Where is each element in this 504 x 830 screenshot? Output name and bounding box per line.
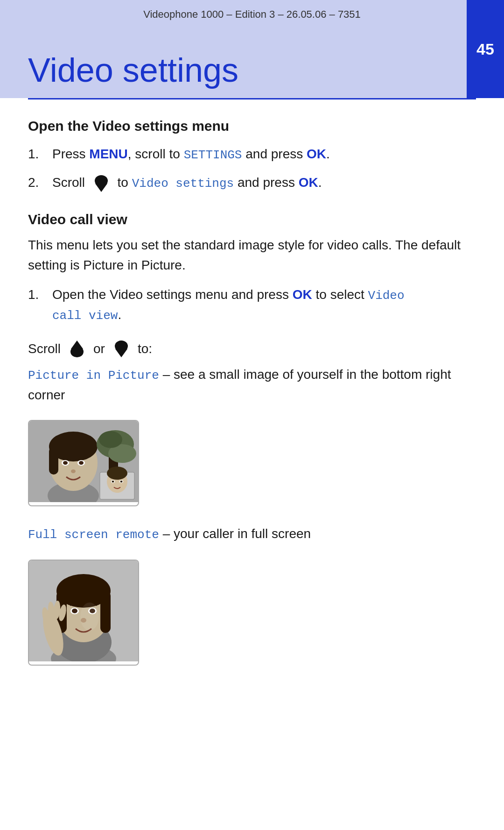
- svg-point-45: [80, 603, 99, 631]
- page-number-box: 45: [467, 0, 504, 98]
- step-2: 2. Scroll to Video settings and press OK…: [28, 173, 476, 193]
- scroll-down-icon-2: [111, 340, 132, 358]
- ok-keyword-2: OK: [299, 175, 318, 190]
- svg-point-36: [72, 609, 77, 613]
- option-pip-caption: Picture in Picture – see a small image o…: [28, 364, 476, 405]
- step-1-num: 1.: [28, 144, 47, 164]
- section1-steps: 1. Press MENU, scroll to SETTINGS and pr…: [28, 144, 476, 193]
- section2-step-1-text: Open the Video settings menu and press O…: [52, 285, 405, 325]
- svg-point-13: [63, 461, 68, 465]
- step-1-text: Press MENU, scroll to SETTINGS and press…: [52, 144, 330, 164]
- svg-rect-10: [49, 447, 58, 475]
- content-area: Open the Video settings menu 1. Press ME…: [0, 99, 504, 720]
- section2-step-1: 1. Open the Video settings menu and pres…: [28, 285, 476, 325]
- section2-description: This menu lets you set the standard imag…: [28, 235, 476, 276]
- section-open-menu: Open the Video settings menu 1. Press ME…: [28, 118, 476, 193]
- svg-marker-5: [115, 349, 127, 357]
- svg-point-24: [112, 481, 114, 482]
- svg-marker-1: [95, 184, 107, 192]
- svg-rect-34: [100, 591, 111, 633]
- fullscreen-link: Full screen remote: [28, 528, 159, 542]
- step-2-text: Scroll to Video settings and press OK.: [52, 173, 322, 193]
- settings-keyword: SETTINGS: [184, 148, 242, 162]
- scroll-or: or: [93, 339, 105, 359]
- svg-point-26: [120, 481, 123, 482]
- pip-image-placeholder: [28, 420, 139, 506]
- header-bar: Videophone 1000 – Edition 3 – 26.05.06 –…: [0, 0, 504, 98]
- menu-keyword: MENU: [89, 147, 127, 161]
- ok-keyword-1: OK: [307, 147, 326, 161]
- scroll-text-after: to:: [138, 339, 152, 359]
- section-video-call-view: Video call view This menu lets you set t…: [28, 212, 476, 683]
- step-1: 1. Press MENU, scroll to SETTINGS and pr…: [28, 144, 476, 164]
- page-number: 45: [476, 40, 494, 58]
- scroll-text-before: Scroll: [28, 339, 61, 359]
- ok-keyword-3: OK: [293, 287, 312, 302]
- svg-point-22: [107, 467, 127, 480]
- svg-marker-3: [71, 341, 83, 349]
- video-settings-link: Video settings: [132, 177, 234, 191]
- scroll-up-icon: [66, 340, 88, 358]
- scroll-instruction: Scroll or to:: [28, 339, 476, 359]
- pip-link: Picture in Picture: [28, 369, 159, 383]
- svg-point-19: [99, 431, 122, 448]
- step-2-num: 2.: [28, 173, 47, 193]
- fullscreen-image-placeholder: [28, 560, 139, 666]
- fullscreen-image-svg: [29, 560, 138, 661]
- svg-point-16: [71, 469, 76, 473]
- svg-point-15: [79, 461, 84, 465]
- scroll-down-icon: [91, 174, 112, 193]
- section1-heading: Open the Video settings menu: [28, 118, 476, 134]
- page-title: Video settings: [28, 52, 476, 89]
- pip-image-svg: [29, 421, 138, 502]
- section2-heading: Video call view: [28, 212, 476, 227]
- video-call-view-link: Videocall view: [52, 289, 405, 323]
- option-fullscreen-caption: Full screen remote – your caller in full…: [28, 524, 476, 544]
- header-top-text: Videophone 1000 – Edition 3 – 26.05.06 –…: [143, 8, 361, 21]
- section2-steps: 1. Open the Video settings menu and pres…: [28, 285, 476, 325]
- fullscreen-description: – your caller in full screen: [159, 526, 311, 541]
- section2-step-1-num: 1.: [28, 285, 47, 325]
